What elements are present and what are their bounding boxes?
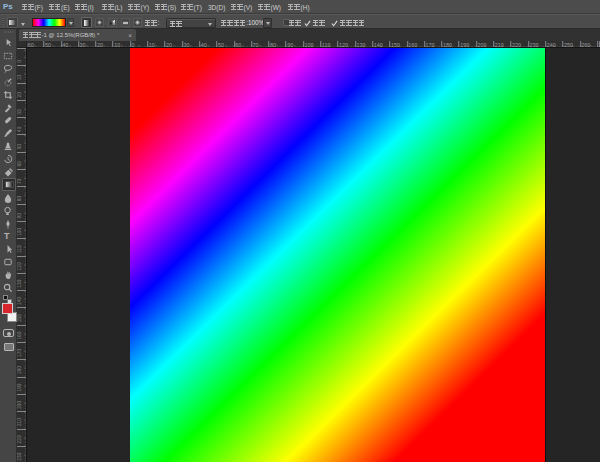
svg-text:140: 140 <box>17 297 22 305</box>
svg-text:50: 50 <box>17 144 22 150</box>
svg-text:210: 210 <box>17 418 22 426</box>
svg-text:30: 30 <box>17 109 22 115</box>
svg-text:200: 200 <box>17 400 22 408</box>
svg-text:110: 110 <box>17 245 22 253</box>
svg-text:130: 130 <box>17 279 22 287</box>
svg-text:20: 20 <box>17 92 22 98</box>
svg-text:100: 100 <box>17 227 22 235</box>
svg-text:160: 160 <box>17 331 22 339</box>
svg-text:70: 70 <box>17 178 22 184</box>
svg-text:220: 220 <box>17 435 22 443</box>
svg-text:180: 180 <box>17 366 22 374</box>
svg-text:90: 90 <box>17 213 22 219</box>
svg-text:230: 230 <box>17 452 22 460</box>
svg-text:170: 170 <box>17 349 22 357</box>
svg-text:40: 40 <box>17 126 22 132</box>
svg-text:120: 120 <box>17 262 22 270</box>
svg-text:80: 80 <box>17 196 22 202</box>
svg-text:190: 190 <box>17 383 22 391</box>
svg-text:10: 10 <box>17 74 22 80</box>
svg-text:150: 150 <box>17 314 22 322</box>
svg-text:60: 60 <box>17 161 22 167</box>
svg-text:0: 0 <box>17 60 22 63</box>
